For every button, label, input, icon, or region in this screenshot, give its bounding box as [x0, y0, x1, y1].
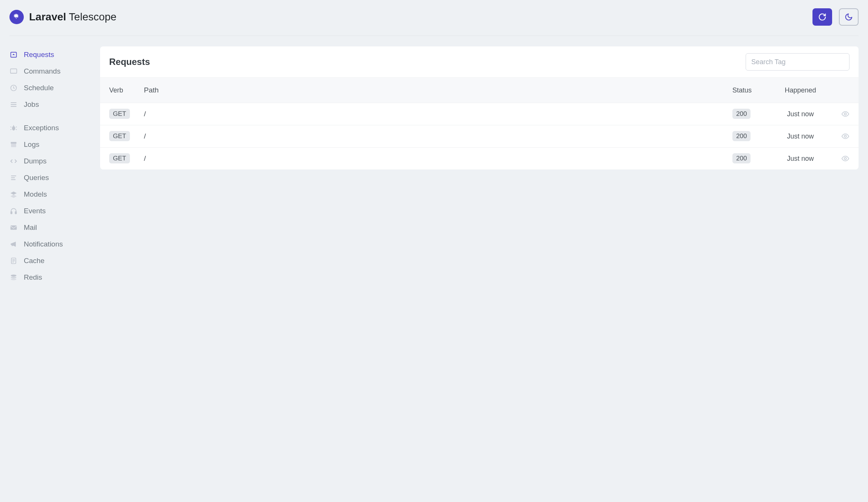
svg-line-12	[11, 127, 12, 128]
svg-point-1	[17, 17, 18, 17]
sidebar-item-label: Queries	[24, 174, 49, 182]
svg-point-35	[844, 157, 846, 160]
svg-rect-17	[11, 144, 16, 147]
sidebar-item-logs[interactable]: Logs	[9, 136, 93, 153]
sidebar-item-label: Redis	[24, 273, 42, 282]
cell-status: 200	[732, 155, 774, 162]
sidebar-item-label: Schedule	[24, 84, 54, 92]
svg-point-0	[15, 15, 15, 16]
telescope-logo-icon	[9, 10, 24, 24]
sidebar-item-label: Cache	[24, 257, 45, 265]
col-header-verb: Verb	[109, 86, 144, 94]
svg-line-14	[11, 129, 12, 130]
moon-icon	[845, 13, 853, 21]
requests-card: Requests Verb Path Status Happened GET /…	[100, 46, 859, 169]
cell-verb: GET	[109, 110, 144, 118]
requests-icon	[9, 51, 18, 59]
search-tag-input[interactable]	[746, 53, 849, 71]
cell-verb: GET	[109, 132, 144, 140]
cell-happened: Just now	[774, 155, 827, 163]
table-header: Verb Path Status Happened	[100, 78, 859, 103]
headphones-icon	[9, 207, 18, 215]
sidebar-item-commands[interactable]: Commands	[9, 63, 93, 80]
sidebar-item-dumps[interactable]: Dumps	[9, 153, 93, 169]
verb-badge: GET	[109, 109, 130, 119]
sidebar-item-notifications[interactable]: Notifications	[9, 236, 93, 253]
sidebar-item-label: Models	[24, 190, 47, 199]
cell-action	[827, 110, 849, 118]
svg-point-34	[844, 135, 846, 137]
svg-point-30	[11, 275, 17, 277]
cell-status: 200	[732, 132, 774, 140]
svg-line-15	[16, 129, 17, 130]
view-icon[interactable]	[841, 132, 849, 140]
svg-marker-21	[11, 192, 17, 195]
database-icon	[9, 273, 18, 282]
sidebar-item-label: Commands	[24, 67, 60, 75]
svg-marker-22	[11, 195, 17, 198]
table-row: GET / 200 Just now	[100, 148, 859, 169]
sidebar-item-label: Notifications	[24, 240, 63, 248]
brand: Laravel Telescope	[9, 10, 116, 24]
megaphone-icon	[9, 240, 18, 248]
svg-rect-23	[11, 212, 12, 214]
status-badge: 200	[732, 109, 751, 119]
sidebar-item-mail[interactable]: Mail	[9, 219, 93, 236]
sidebar-item-requests[interactable]: Requests	[9, 46, 93, 63]
verb-badge: GET	[109, 153, 130, 163]
bug-icon	[9, 124, 18, 132]
sidebar: Requests Commands Schedule	[9, 46, 93, 293]
main: Requests Verb Path Status Happened GET /…	[100, 46, 859, 169]
svg-point-2	[16, 18, 17, 19]
svg-point-32	[11, 279, 17, 280]
sidebar-item-label: Requests	[24, 51, 54, 59]
sidebar-item-label: Jobs	[24, 100, 39, 109]
sidebar-item-cache[interactable]: Cache	[9, 253, 93, 269]
col-header-path: Path	[144, 86, 732, 94]
card-header: Requests	[100, 46, 859, 78]
svg-line-13	[16, 127, 17, 128]
menu-icon	[9, 100, 18, 109]
cell-action	[827, 132, 849, 140]
table-row: GET / 200 Just now	[100, 125, 859, 148]
sidebar-item-label: Events	[24, 207, 46, 215]
sidebar-item-schedule[interactable]: Schedule	[9, 80, 93, 96]
status-badge: 200	[732, 131, 751, 141]
sidebar-item-models[interactable]: Models	[9, 186, 93, 203]
refresh-icon	[818, 13, 826, 21]
theme-toggle-button[interactable]	[839, 8, 859, 26]
view-icon[interactable]	[841, 110, 849, 118]
svg-rect-16	[11, 142, 17, 143]
clock-icon	[9, 84, 18, 92]
sidebar-item-exceptions[interactable]: Exceptions	[9, 120, 93, 136]
sidebar-item-redis[interactable]: Redis	[9, 269, 93, 286]
sidebar-item-label: Mail	[24, 223, 37, 232]
brand-title-rest: Telescope	[69, 11, 116, 23]
cell-path: /	[144, 154, 732, 163]
svg-rect-24	[15, 212, 16, 214]
svg-point-10	[12, 126, 15, 131]
cell-path: /	[144, 132, 732, 140]
sidebar-item-jobs[interactable]: Jobs	[9, 96, 93, 113]
topbar: Laravel Telescope	[9, 8, 859, 36]
topbar-actions	[812, 8, 859, 26]
sidebar-item-events[interactable]: Events	[9, 203, 93, 219]
page-title: Requests	[109, 57, 150, 67]
sidebar-item-label: Dumps	[24, 157, 46, 165]
list-icon	[9, 174, 18, 182]
status-badge: 200	[732, 153, 751, 163]
archive-icon	[9, 140, 18, 149]
sidebar-item-queries[interactable]: Queries	[9, 169, 93, 186]
cell-path: /	[144, 110, 732, 118]
view-icon[interactable]	[841, 154, 849, 163]
sidebar-group-1: Requests Commands Schedule	[9, 46, 93, 113]
sidebar-item-label: Logs	[24, 140, 39, 149]
col-header-status: Status	[732, 86, 774, 94]
table-row: GET / 200 Just now	[100, 103, 859, 125]
verb-badge: GET	[109, 131, 130, 141]
layers-icon	[9, 190, 18, 199]
refresh-button[interactable]	[812, 8, 832, 26]
cell-happened: Just now	[774, 132, 827, 140]
brand-title: Laravel Telescope	[29, 11, 116, 23]
svg-rect-25	[11, 225, 17, 230]
